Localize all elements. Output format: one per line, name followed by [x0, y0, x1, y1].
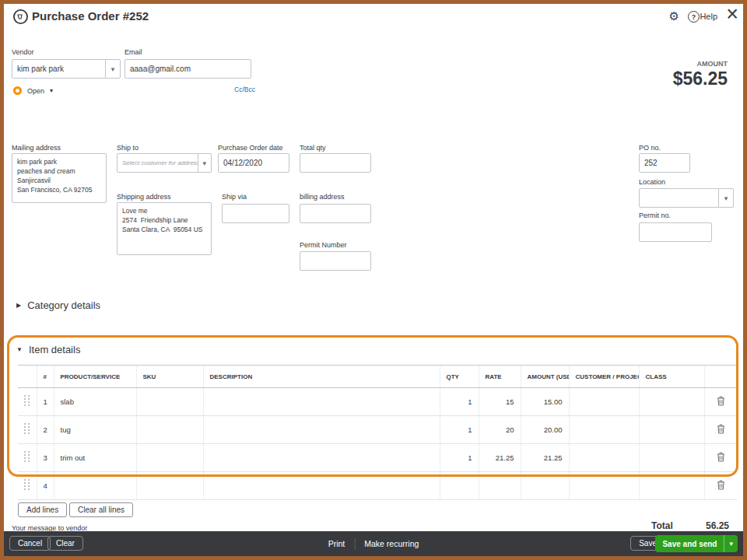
category-details-label: Category details: [27, 299, 100, 311]
delete-row-button[interactable]: [704, 388, 737, 416]
cell-description[interactable]: [203, 472, 440, 500]
billing-address-field[interactable]: [300, 204, 371, 223]
vendor-value: kim park park: [12, 65, 68, 73]
gear-icon[interactable]: ⚙: [669, 9, 679, 23]
delete-row-button[interactable]: [704, 472, 737, 500]
cell-amount[interactable]: 21.25: [521, 444, 569, 472]
vendor-select[interactable]: kim park park ▾: [12, 59, 121, 79]
add-lines-button[interactable]: Add lines: [18, 502, 67, 517]
table-row: 2 tug 1 20 20.00: [18, 416, 737, 444]
drag-handle[interactable]: [18, 472, 37, 500]
permit-no-field[interactable]: [639, 222, 712, 242]
cell-product[interactable]: tug: [54, 416, 136, 444]
billing-address-label: billing address: [300, 193, 345, 201]
col-rate: RATE: [479, 366, 521, 388]
cell-qty[interactable]: [440, 472, 479, 500]
po-date-field[interactable]: [218, 153, 289, 173]
cell-qty[interactable]: 1: [440, 416, 479, 444]
cell-customer[interactable]: [569, 416, 639, 444]
make-recurring-link[interactable]: Make recurring: [364, 539, 419, 548]
mailing-line: San Francisco, CA 92705: [17, 185, 101, 194]
drag-column-header: [18, 366, 37, 388]
cancel-button[interactable]: Cancel: [9, 536, 51, 551]
cell-rate[interactable]: 21.25: [479, 444, 521, 472]
permit-number-field[interactable]: [300, 251, 371, 271]
permit-no-label: Permit no.: [639, 212, 671, 219]
print-link[interactable]: Print: [328, 539, 345, 548]
col-sku: SKU: [136, 366, 203, 388]
drag-handle[interactable]: [18, 444, 37, 472]
mailing-line: kim park park: [17, 157, 101, 166]
ship-via-field[interactable]: [222, 204, 289, 223]
trash-icon: [717, 396, 725, 408]
cell-sku[interactable]: [136, 472, 203, 500]
cell-amount[interactable]: 20.00: [521, 416, 569, 444]
cell-amount[interactable]: [521, 472, 569, 500]
expanded-arrow-icon: ▼: [16, 346, 23, 353]
ccbcc-link[interactable]: Cc/Bcc: [234, 86, 255, 93]
save-and-send-button[interactable]: Save and send ▾: [655, 535, 738, 552]
email-label: Email: [124, 48, 142, 56]
location-label: Location: [639, 178, 665, 186]
drag-handle[interactable]: [18, 416, 37, 444]
cell-rate[interactable]: [479, 472, 521, 500]
col-product-service: PRODUCT/SERVICE: [54, 366, 136, 388]
cell-description[interactable]: [203, 444, 440, 472]
col-number: #: [37, 366, 54, 388]
cell-customer[interactable]: [569, 444, 639, 472]
cell-qty[interactable]: 1: [440, 444, 479, 472]
close-icon[interactable]: ×: [726, 2, 738, 26]
cell-description[interactable]: [203, 388, 440, 416]
trash-icon: [717, 452, 725, 464]
item-details-toggle[interactable]: ▼ Item details: [16, 344, 80, 355]
collapsed-arrow-icon: ▶: [16, 302, 21, 309]
status-badge[interactable]: Open ▾: [13, 86, 53, 95]
help-icon[interactable]: ?: [688, 11, 700, 23]
cell-number: 3: [37, 444, 54, 472]
email-field[interactable]: [124, 59, 251, 79]
cell-number: 4: [37, 472, 54, 500]
delete-row-button[interactable]: [704, 416, 737, 444]
cell-qty[interactable]: 1: [440, 388, 479, 416]
total-label: Total: [651, 520, 673, 531]
mailing-address-box[interactable]: kim park park peaches and cream Sanjirca…: [12, 153, 107, 203]
save-and-send-label: Save and send: [655, 535, 724, 552]
table-row: 3 trim out 1 21.25 21.25: [18, 444, 737, 472]
cell-sku[interactable]: [136, 416, 203, 444]
cell-sku[interactable]: [136, 444, 203, 472]
cell-sku[interactable]: [136, 388, 203, 416]
trash-icon: [717, 424, 725, 436]
cell-rate[interactable]: 15: [479, 388, 521, 416]
drag-handle[interactable]: [18, 388, 37, 416]
po-no-field[interactable]: [639, 153, 690, 173]
cell-amount[interactable]: 15.00: [521, 388, 569, 416]
cell-class[interactable]: [639, 388, 704, 416]
shipping-address-field[interactable]: Love me 2574 Friendship Lane Santa Clara…: [117, 202, 212, 255]
cell-product[interactable]: slab: [54, 388, 136, 416]
shipping-address-label: Shipping address: [117, 193, 171, 201]
location-select[interactable]: ▾: [639, 188, 734, 208]
cell-description[interactable]: [203, 416, 440, 444]
category-details-toggle[interactable]: ▶ Category details: [16, 299, 100, 311]
ship-to-select[interactable]: Select customer for address ▾: [117, 153, 212, 173]
delete-row-button[interactable]: [704, 444, 737, 472]
total-qty-field[interactable]: [300, 153, 371, 173]
clear-button[interactable]: Clear: [47, 536, 83, 551]
cell-class[interactable]: [639, 472, 704, 500]
cell-customer[interactable]: [569, 388, 639, 416]
cell-rate[interactable]: 20: [479, 416, 521, 444]
mailing-address-label: Mailing address: [12, 144, 61, 152]
cell-class[interactable]: [639, 416, 704, 444]
cell-customer[interactable]: [569, 472, 639, 500]
cell-product[interactable]: trim out: [54, 444, 136, 472]
col-description: DESCRIPTION: [203, 366, 440, 388]
mailing-line: Sanjircasvil: [17, 176, 101, 185]
item-details-label: Item details: [29, 344, 80, 355]
item-details-table: # PRODUCT/SERVICE SKU DESCRIPTION QTY RA…: [18, 365, 737, 500]
caret-down-icon: ▾: [718, 189, 733, 207]
help-link[interactable]: Help: [700, 12, 717, 21]
clear-all-lines-button[interactable]: Clear all lines: [69, 502, 133, 517]
total-value: 56.25: [681, 520, 729, 531]
cell-class[interactable]: [639, 444, 704, 472]
cell-product[interactable]: [54, 472, 136, 500]
